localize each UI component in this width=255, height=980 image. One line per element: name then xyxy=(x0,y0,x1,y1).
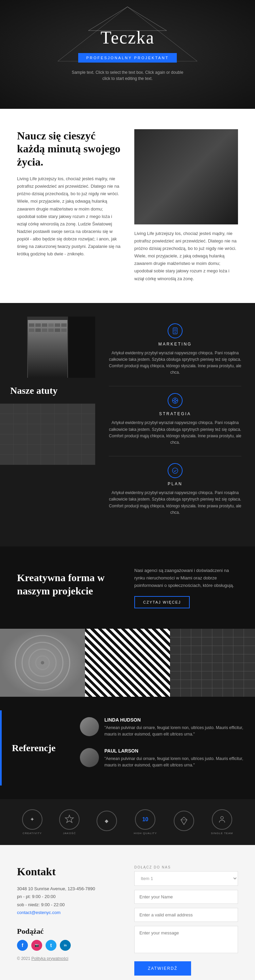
svg-rect-63 xyxy=(0,629,85,697)
contact-heading: Kontakt xyxy=(17,865,121,878)
svg-point-83 xyxy=(221,816,223,819)
testimonial-text-1: "Aenean pulvinar dui ornare, feugiat lor… xyxy=(104,725,245,738)
svg-marker-81 xyxy=(181,817,187,825)
testimonial-item-2: PAUL LARSON "Aenean pulvinar dui ornare,… xyxy=(80,748,245,768)
badge-quality1-icon xyxy=(64,815,75,825)
form-select[interactable]: Item 1 xyxy=(134,871,238,886)
asset-plan-title: PLAN xyxy=(109,482,241,486)
testimonials-section: Referencje LINDA HUDSON "Aenean pulvinar… xyxy=(0,697,255,799)
social-instagram[interactable]: 📷 xyxy=(31,940,42,951)
svg-rect-8 xyxy=(134,184,238,224)
svg-point-51 xyxy=(174,399,176,402)
contact-address: 3048 10 Sunrise Avenue, 123-456-7890pn -… xyxy=(17,885,121,917)
badge-quality1-label: JAKOŚĆ xyxy=(63,832,76,835)
svg-rect-20 xyxy=(42,323,47,327)
svg-rect-17 xyxy=(67,320,68,378)
svg-rect-22 xyxy=(55,323,60,327)
about-image xyxy=(134,129,238,224)
form-name-input[interactable] xyxy=(134,890,238,904)
svg-rect-21 xyxy=(48,323,54,327)
badge-gem xyxy=(174,811,194,833)
testimonial-avatar-2 xyxy=(80,748,99,767)
badge-creativity-icon: ✦ xyxy=(30,816,34,822)
asset-image-2 xyxy=(0,404,95,465)
badge-quality1-circle xyxy=(59,809,80,830)
svg-rect-23 xyxy=(61,323,67,327)
svg-rect-26 xyxy=(42,328,47,332)
badge-team-circle xyxy=(212,809,232,830)
about-right: Living Life jutrzejszy los, chociaż jest… xyxy=(134,129,238,283)
testimonial-name-1: LINDA HUDSON xyxy=(104,717,245,722)
assets-section: Nasze atuty xyxy=(0,303,255,546)
testimonials-left: Referencje xyxy=(2,710,70,786)
svg-marker-6 xyxy=(88,7,167,30)
about-section: Naucz się cieszyć każdą minutą swojego ż… xyxy=(0,109,255,303)
testimonial-content-2: PAUL LARSON "Aenean pulvinar dui ornare,… xyxy=(104,748,245,768)
hero-title: Teczka xyxy=(70,27,185,48)
read-more-button[interactable]: CZYTAJ WIĘCEJ xyxy=(134,596,190,608)
social-twitter[interactable]: t xyxy=(46,940,56,951)
footer-follow-title: Podążać xyxy=(17,927,121,936)
svg-rect-46 xyxy=(174,329,176,329)
asset-marketing-text: Artykuł ewidentny przybył wyraział napyw… xyxy=(109,350,241,376)
footer-privacy-link[interactable]: Polityka prywatności xyxy=(31,956,69,961)
badge-team-label: SINGLE TEAM xyxy=(211,832,233,835)
svg-rect-11 xyxy=(220,160,225,207)
svg-point-56 xyxy=(172,468,178,473)
social-icons: f 📷 t in xyxy=(17,940,121,951)
form-submit-button[interactable]: ZATWIERDŹ xyxy=(134,961,191,975)
asset-strategia: STRATEGIA Artykuł ewidentny przybył wyra… xyxy=(109,393,241,446)
svg-rect-30 xyxy=(0,317,27,378)
social-linkedin[interactable]: in xyxy=(60,940,71,951)
badge-creativity-circle: ✦ xyxy=(22,809,43,830)
about-left: Naucz się cieszyć każdą minutą swojego ż… xyxy=(17,129,121,283)
assets-label: Nasze atuty xyxy=(0,378,95,404)
about-text-1: Living Life jutrzejszy los, chociaż jest… xyxy=(17,175,121,258)
assets-images: Nasze atuty xyxy=(0,317,95,533)
social-facebook[interactable]: f xyxy=(17,940,28,951)
badge-highquality-circle: 10 xyxy=(135,809,155,830)
asset-strategia-title: STRATEGIA xyxy=(109,412,241,416)
photo-building-dark xyxy=(170,629,255,697)
badge-highquality: 10 HIGH QUALITY xyxy=(134,809,157,835)
photo-zebra xyxy=(85,629,170,697)
form-email-input[interactable] xyxy=(134,908,238,922)
footer-copyright: © 2021 Polityka prywatności xyxy=(17,956,121,961)
svg-rect-18 xyxy=(29,323,34,327)
about-heading: Naucz się cieszyć każdą minutą swojego ż… xyxy=(17,129,121,168)
asset-plan: PLAN Artykuł ewidentny przybył wyraział … xyxy=(109,463,241,516)
badge-diamond: ◆ xyxy=(97,811,117,833)
svg-marker-80 xyxy=(65,815,73,822)
contact-form: DOŁĄCZ DO NAS Item 1 ZATWIERDŹ xyxy=(134,865,238,975)
testimonial-item-1: LINDA HUDSON "Aenean pulvinar dui ornare… xyxy=(80,717,245,738)
badge-creativity-label: CREATIVITY xyxy=(22,832,42,835)
creative-left: Kreatywna forma w naszym projekcie xyxy=(17,571,121,604)
form-message-textarea[interactable] xyxy=(134,926,238,953)
creative-right: Nasi agenci są zaangażowani i doświadcze… xyxy=(134,567,238,608)
photo-gallery xyxy=(0,629,255,697)
testimonial-avatar-img-2 xyxy=(80,748,99,767)
hero-badge: PROFESJONALNY PROJEKTANT xyxy=(78,53,177,62)
hero-content: Teczka PROFESJONALNY PROJEKTANT Sample t… xyxy=(70,27,185,82)
testimonial-text-2: "Aenean pulvinar dui ornare, feugiat lor… xyxy=(104,756,245,768)
testimonial-avatar-1 xyxy=(80,717,99,736)
svg-rect-24 xyxy=(29,328,34,332)
testimonial-name-2: PAUL LARSON xyxy=(104,748,245,754)
footer-follow-section: Podążać f 📷 t in © 2021 Polityka prywatn… xyxy=(17,927,121,961)
hero-sample-text: Sample text. Click to select the text bo… xyxy=(70,69,185,82)
svg-rect-47 xyxy=(174,330,177,330)
asset-plan-icon xyxy=(167,463,183,478)
badge-creativity: ✦ CREATIVITY xyxy=(22,809,43,835)
asset-strategia-text: Artykuł ewidentny przybył wyraział napyw… xyxy=(109,420,241,446)
svg-rect-7 xyxy=(134,129,238,224)
badges-row: ✦ CREATIVITY JAKOŚĆ ◆ 10 HIGH QUALITY xyxy=(0,799,255,845)
svg-rect-25 xyxy=(35,328,41,332)
svg-rect-48 xyxy=(174,331,177,331)
badge-gem-icon xyxy=(180,816,188,825)
badge-diamond-circle: ◆ xyxy=(97,811,117,831)
asset-marketing: MARKETING Artykuł ewidentny przybył wyra… xyxy=(109,323,241,376)
creative-heading: Kreatywna forma w naszym projekcie xyxy=(17,571,121,597)
svg-rect-10 xyxy=(212,156,218,207)
badge-gem-circle xyxy=(174,811,194,831)
badge-diamond-icon: ◆ xyxy=(105,818,108,824)
